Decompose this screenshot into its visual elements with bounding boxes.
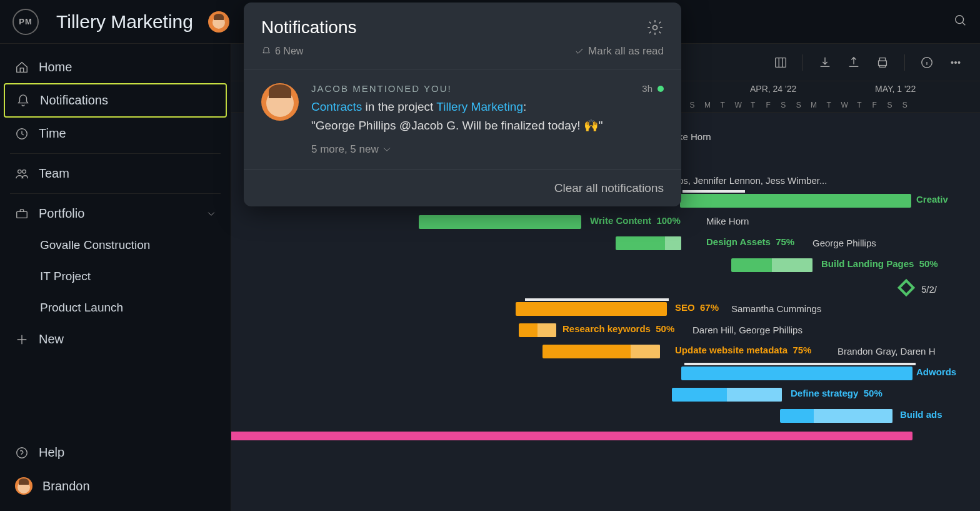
gantt-bar[interactable] [516,302,667,316]
chevron-down-icon [207,210,216,218]
notifications-title: Notifications [261,18,357,38]
new-count: 6 New [275,46,303,57]
svg-point-11 [955,61,957,63]
chevron-down-icon [382,145,391,154]
gantt-bar[interactable] [680,194,911,208]
help-icon [15,446,29,460]
milestone-date: 5/2/ [921,284,937,295]
svg-point-3 [18,169,21,173]
sidebar-item-notifications[interactable]: Notifications [4,83,227,118]
gantt-bar-label: Design Assets 75% [706,236,794,247]
sidebar-item-team[interactable]: Team [4,158,227,190]
clock-icon [15,127,29,141]
more-icon[interactable] [949,56,962,69]
svg-point-4 [22,169,26,173]
gantt-bar[interactable] [231,432,912,440]
upload-icon[interactable] [847,56,861,69]
svg-point-10 [951,61,953,63]
brand-logo[interactable]: PM [12,9,39,35]
sidebar-item-label: Brandon [42,479,90,493]
gantt-assignee: ke Horn [678,131,711,142]
mark-read-button[interactable]: Mark all as read [574,45,664,58]
portfolio-child[interactable]: IT Project [4,261,227,292]
avatar [261,83,299,121]
gantt-bar[interactable] [542,345,660,358]
sidebar-item-help[interactable]: Help [4,437,227,468]
gear-icon[interactable] [646,19,664,36]
expand-more[interactable]: 5 more, 5 new [311,143,664,156]
sidebar-item-label: Team [39,166,69,181]
gantt-bar-label: Creativ [916,194,948,205]
clear-notifications-button[interactable]: Clear all notifications [244,169,681,206]
gantt-bar[interactable] [419,215,581,229]
briefcase-icon [15,207,29,221]
gantt-assignee: Daren Hill, George Phillips [692,325,802,335]
sidebar-item-portfolio[interactable]: Portfolio [4,198,227,230]
sidebar-item-label: Portfolio [39,206,84,221]
gantt-bar[interactable] [616,236,681,250]
download-icon[interactable] [818,56,832,69]
gantt-assignee: Mike Horn [706,216,749,226]
gantt-bar-label: Write Content 100% [590,215,681,226]
gantt-bar-label: Build ads [900,409,942,420]
svg-point-13 [653,26,658,30]
svg-rect-8 [879,61,887,65]
sidebar: Home Notifications Time Team Portfolio G… [0,44,231,511]
sidebar-item-label: Help [39,445,64,460]
home-icon [15,61,29,74]
print-icon[interactable] [876,56,889,69]
notification-text: Contracts in the project Tillery Marketi… [311,98,664,136]
sidebar-item-user[interactable]: Brandon [4,468,227,503]
milestone-marker[interactable] [898,279,915,296]
gantt-bar[interactable] [672,388,782,402]
gantt-bar[interactable] [731,258,812,272]
gantt-bar[interactable] [780,409,892,423]
avatar[interactable] [208,11,229,33]
sidebar-item-home[interactable]: Home [4,51,227,83]
gantt-assignee: Brandon Gray, Daren H [838,346,935,357]
sidebar-item-label: Time [39,126,66,141]
gantt-bar-label: Define strategy 50% [791,388,882,398]
project-title: Tillery Marketing [56,11,193,33]
gantt-bar-label: Update website metadata 75% [675,345,811,355]
month-label: MAY, 1 '22 [875,84,916,94]
notification-header: JACOB MENTIONED YOU! [311,83,452,94]
sidebar-item-label: New [39,332,64,347]
gantt-assignee: ps, Jennifer Lennon, Jess Wimber... [678,175,827,186]
plus-icon [15,333,29,347]
bell-icon [261,46,271,56]
gantt-bar-label: SEO 67% [675,302,719,313]
sidebar-item-new[interactable]: New [4,323,227,355]
portfolio-child[interactable]: Product Launch [4,292,227,323]
search-icon[interactable] [954,14,968,28]
avatar [15,477,32,495]
gantt-assignee: George Phillips [812,238,876,248]
gantt-bar[interactable] [519,323,556,337]
people-icon [15,167,29,181]
gantt-bar-label: Adwords [916,367,956,377]
columns-icon[interactable] [774,56,788,69]
svg-point-12 [958,61,960,63]
sidebar-item-label: Home [39,60,72,74]
month-label: APR, 24 '22 [750,84,796,94]
gantt-bar-label: Build Landing Pages 50% [821,258,938,269]
sidebar-item-time[interactable]: Time [4,118,227,149]
gantt-bar[interactable] [681,367,912,380]
notifications-panel: Notifications 6 New Mark all as read JAC… [244,3,681,206]
unread-dot [658,86,664,92]
check-icon [574,46,584,56]
bell-icon [16,94,30,108]
notification-time: 3h [642,83,652,94]
svg-line-1 [962,22,966,25]
gantt-bar-label: Research keywords 50% [562,323,674,334]
svg-rect-5 [17,211,28,218]
info-icon[interactable] [920,56,934,69]
sidebar-item-label: Notifications [40,93,108,108]
svg-rect-7 [776,58,786,67]
portfolio-child[interactable]: Govalle Construction [4,230,227,261]
gantt-assignee: Samantha Cummings [731,303,821,314]
notification-item[interactable]: JACOB MENTIONED YOU! 3h Contracts in the… [244,69,681,169]
svg-point-0 [956,15,964,23]
